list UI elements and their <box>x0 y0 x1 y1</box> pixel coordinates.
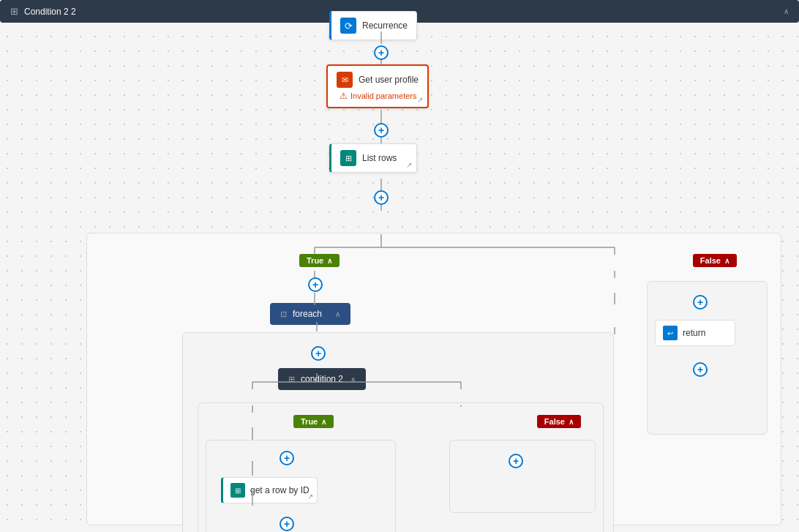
condition22-chevron: ∧ <box>784 7 789 15</box>
false-badge-1-label: False <box>700 256 721 265</box>
recurrence-node[interactable]: ⟳ Recurrence <box>329 11 417 40</box>
add-btn-true1[interactable]: + <box>308 277 323 292</box>
getuserprofile-label: Get user profile <box>359 75 419 85</box>
add-btn-false1[interactable]: + <box>693 295 708 310</box>
recurrence-label: Recurrence <box>362 20 408 31</box>
condition22-icon: ⊞ <box>10 6 18 17</box>
true-badge-1[interactable]: True ∧ <box>299 254 340 267</box>
false-badge-1[interactable]: False ∧ <box>693 254 737 267</box>
recurrence-icon: ⟳ <box>340 18 356 34</box>
add-btn-true2[interactable]: + <box>280 451 294 465</box>
getuserprofile-icon: ✉ <box>337 72 353 88</box>
add-btn-false2[interactable]: + <box>509 454 523 468</box>
add-btn-2[interactable]: + <box>374 123 389 138</box>
getuserprofile-error: ⚠ Invalid parameters <box>337 91 417 101</box>
foreach-inner-branch: + ⊞ condition 2 ∧ True ∧ False ∧ <box>182 332 614 532</box>
add-btn-foreach[interactable]: + <box>311 346 326 361</box>
condition2-chevron: ∧ <box>350 375 356 383</box>
condition2-icon: ⊞ <box>288 375 295 384</box>
false-badge-2[interactable]: False ∧ <box>537 415 581 428</box>
getuserprofile-node[interactable]: ✉ Get user profile ⚠ Invalid parameters … <box>326 64 429 108</box>
getrow-label: get a row by ID <box>250 485 310 495</box>
false-badge-2-label: False <box>544 417 565 426</box>
listrows-icon: ⊞ <box>340 150 356 166</box>
add-btn-return[interactable]: + <box>693 362 708 377</box>
true-badge-2-label: True <box>301 417 318 426</box>
getrow-link: ↗ <box>307 492 313 501</box>
return-label: return <box>683 328 705 338</box>
add-btn-1[interactable]: + <box>374 45 389 60</box>
listrows-label: List rows <box>362 153 397 163</box>
false-badge-2-chevron: ∧ <box>569 418 574 426</box>
foreach-node[interactable]: ⊡ foreach ∧ <box>270 303 350 325</box>
getuserprofile-error-text: Invalid parameters <box>350 91 417 100</box>
false1-branch: + ↩ return + <box>647 281 768 435</box>
condition2-label: condition 2 <box>301 374 343 384</box>
foreach-icon: ⊡ <box>280 310 287 319</box>
true-badge-1-label: True <box>307 256 323 265</box>
return-node[interactable]: ↩ return <box>655 320 735 346</box>
listrows-link: ↗ <box>406 161 412 169</box>
true-badge-2[interactable]: True ∧ <box>293 415 334 428</box>
condition22-label: Condition 2 2 <box>24 7 76 17</box>
condition2-node[interactable]: ⊞ condition 2 ∧ <box>278 368 366 390</box>
add-btn-getrow[interactable]: + <box>280 517 294 531</box>
foreach-label: foreach <box>293 309 322 319</box>
add-btn-3[interactable]: + <box>374 190 389 205</box>
true-badge-1-chevron: ∧ <box>327 257 332 265</box>
flow-canvas: ⟳ Recurrence + ✉ Get user profile ⚠ Inva… <box>0 0 799 532</box>
foreach-chevron: ∧ <box>335 310 340 318</box>
listrows-node[interactable]: ⊞ List rows ↗ <box>329 143 417 173</box>
getrow-icon: ⊞ <box>230 483 245 498</box>
true-badge-2-chevron: ∧ <box>321 418 326 426</box>
false-badge-1-chevron: ∧ <box>724 257 729 265</box>
false2-branch: + <box>449 440 596 513</box>
condition2-branch: True ∧ False ∧ + ⊞ ge <box>198 402 604 532</box>
true2-branch: + ⊞ get a row by ID ↗ + ⊞ <box>206 440 396 532</box>
getuserprofile-top: ✉ Get user profile <box>337 72 419 88</box>
getrow-node[interactable]: ⊞ get a row by ID ↗ <box>221 477 318 503</box>
branch-container: True ∧ False ∧ + ⊡ foreach ∧ + ⊞ <box>86 233 781 525</box>
getuserprofile-link: ↗ <box>417 96 423 104</box>
return-icon: ↩ <box>663 326 678 340</box>
